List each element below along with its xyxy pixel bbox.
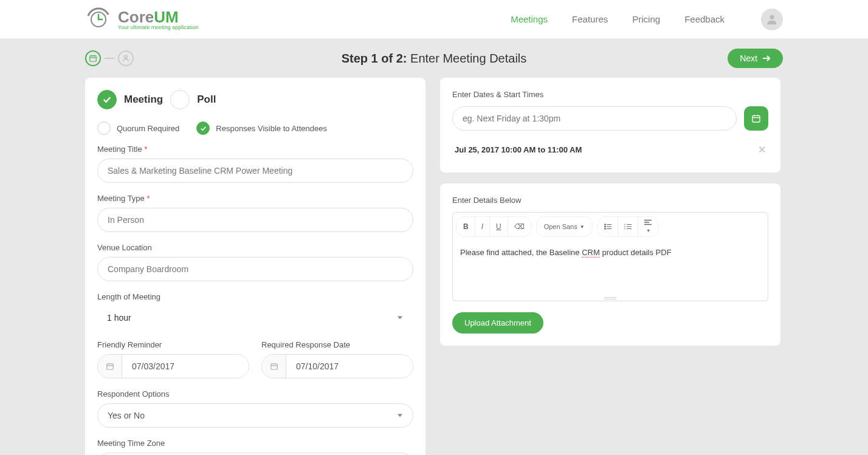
- respondent-label: Respondent Options: [97, 389, 413, 399]
- tz-label: Meeting Time Zone: [97, 439, 413, 448]
- step-title: Step 1 of 2: Enter Meeting Details: [342, 52, 527, 66]
- user-avatar[interactable]: [761, 9, 783, 30]
- upload-attachment-button[interactable]: Upload Attachment: [452, 312, 543, 334]
- svg-point-4: [770, 15, 774, 19]
- editor-body[interactable]: Please find attached, the Baseline CRM p…: [452, 241, 768, 301]
- main-nav: Meetings Features Pricing Feedback: [511, 9, 783, 30]
- svg-point-9: [125, 55, 128, 58]
- brand-tagline: Your ultimate meeting application: [118, 24, 198, 30]
- details-section-label: Enter Details Below: [452, 196, 768, 205]
- venue-label: Venue Location: [97, 243, 413, 252]
- meeting-toggle-label: Meeting: [124, 94, 163, 106]
- calendar-step-icon: [89, 54, 97, 63]
- required-input[interactable]: [286, 355, 413, 378]
- brand-logo[interactable]: CoreUM Your ultimate meeting application: [85, 6, 198, 33]
- calendar-icon: [751, 114, 761, 123]
- quorum-label: Quorum Required: [117, 124, 179, 133]
- svg-point-23: [604, 228, 605, 230]
- poll-toggle-label: Poll: [197, 94, 216, 106]
- required-input-wrap[interactable]: [261, 354, 413, 378]
- bold-button[interactable]: B: [457, 217, 475, 236]
- step-1-icon[interactable]: [85, 50, 101, 66]
- check-icon: [199, 125, 207, 132]
- svg-rect-13: [270, 364, 277, 369]
- reminder-label: Friendly Reminder: [97, 340, 249, 349]
- calendar-icon: [262, 355, 286, 378]
- align-icon: [644, 219, 652, 225]
- user-icon: [765, 13, 779, 26]
- calendar-icon: [98, 355, 122, 378]
- meeting-type-input[interactable]: [97, 208, 413, 232]
- svg-rect-5: [90, 56, 97, 61]
- list-ol-icon: [624, 224, 632, 230]
- meeting-form-card: Meeting Poll Quorum Required Responses V…: [85, 78, 425, 455]
- quorum-checkbox[interactable]: [97, 121, 111, 135]
- italic-button[interactable]: I: [475, 217, 490, 236]
- list-ul-button[interactable]: [598, 217, 618, 236]
- arrow-right-icon: [762, 55, 771, 61]
- resize-handle-icon[interactable]: [604, 297, 616, 299]
- font-select[interactable]: Open Sans ▼: [536, 216, 593, 237]
- required-label: Required Response Date: [261, 340, 413, 349]
- nav-meetings[interactable]: Meetings: [511, 14, 548, 24]
- meeting-title-label: Meeting Title *: [97, 145, 413, 154]
- svg-point-21: [604, 226, 605, 227]
- person-step-icon: [122, 54, 130, 63]
- align-button[interactable]: ▼: [638, 217, 658, 236]
- nav-feedback[interactable]: Feedback: [684, 14, 725, 24]
- reminder-input-wrap[interactable]: [97, 354, 249, 378]
- check-icon: [102, 94, 112, 105]
- svg-point-19: [604, 224, 605, 225]
- remove-slot-button[interactable]: ✕: [758, 144, 766, 156]
- reminder-input[interactable]: [122, 355, 249, 378]
- date-slot-text: Jul 25, 2017 10:00 AM to 11:00 AM: [455, 145, 582, 154]
- dates-card: Enter Dates & Start Times Jul 25, 2017 1…: [440, 78, 780, 173]
- brand-name: CoreUM: [118, 8, 179, 26]
- next-button[interactable]: Next: [728, 49, 783, 68]
- svg-rect-11: [106, 364, 113, 369]
- details-card: Enter Details Below B I U ⌫ Open Sans ▼: [440, 183, 780, 346]
- dates-section-label: Enter Dates & Start Times: [452, 90, 768, 99]
- clear-format-button[interactable]: ⌫: [508, 217, 531, 236]
- meeting-title-input[interactable]: [97, 159, 413, 183]
- length-label: Length of Meeting: [97, 292, 413, 301]
- list-ul-icon: [604, 224, 611, 230]
- meeting-toggle[interactable]: [97, 90, 117, 109]
- editor-toolbar: B I U ⌫ Open Sans ▼: [452, 212, 768, 241]
- venue-input[interactable]: [97, 257, 413, 281]
- responses-visible-checkbox[interactable]: [196, 121, 210, 135]
- nav-pricing[interactable]: Pricing: [632, 14, 660, 24]
- poll-toggle[interactable]: [170, 90, 190, 109]
- calendar-picker-button[interactable]: [744, 106, 768, 131]
- step-connector: [105, 58, 114, 59]
- tz-select[interactable]: New York - 3:17 PM EST (UTC-5): [97, 453, 413, 455]
- nav-features[interactable]: Features: [572, 14, 608, 24]
- meeting-type-label: Meeting Type *: [97, 194, 413, 203]
- step-progress: [85, 50, 134, 66]
- clock-logo-icon: [85, 6, 112, 33]
- list-ol-button[interactable]: [618, 217, 638, 236]
- date-slot: Jul 25, 2017 10:00 AM to 11:00 AM ✕: [452, 139, 768, 160]
- responses-visible-label: Responses Visible to Attendees: [216, 124, 327, 133]
- svg-rect-15: [753, 115, 760, 122]
- top-navbar: CoreUM Your ultimate meeting application…: [0, 0, 868, 39]
- length-select[interactable]: 1 hour: [97, 306, 413, 329]
- date-entry-input[interactable]: [452, 106, 737, 131]
- step-2-icon[interactable]: [118, 50, 134, 66]
- respondent-select[interactable]: Yes or No: [97, 403, 413, 428]
- chevron-down-icon: ▼: [580, 224, 585, 230]
- underline-button[interactable]: U: [490, 217, 508, 236]
- step-header: Step 1 of 2: Enter Meeting Details Next: [0, 39, 868, 78]
